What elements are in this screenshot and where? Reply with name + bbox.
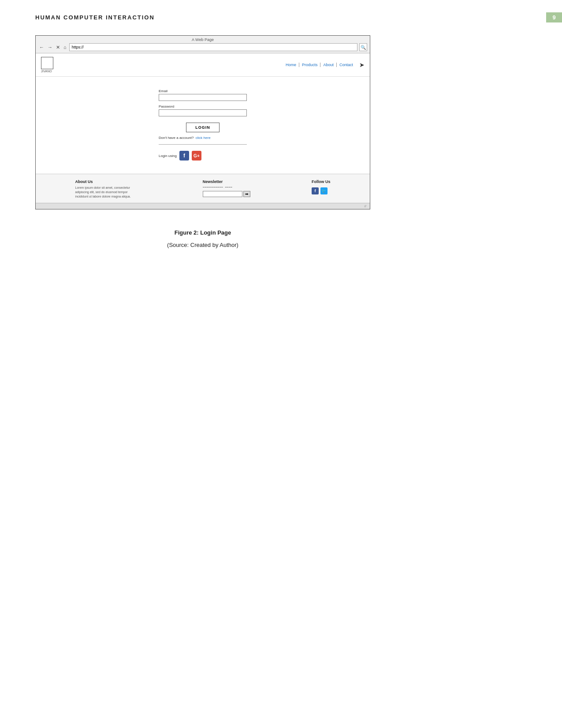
nav-links: Home Products About Contact [283,63,356,67]
page-title: HUMAN COMPUTER INTERACTION [35,14,155,21]
footer-newsletter-title: Newsletter [203,179,223,184]
facebook-icon: f [314,189,316,193]
newsletter-email-input[interactable] [203,191,242,197]
google-icon: G+ [194,153,200,158]
logo-box [41,57,53,69]
browser-toolbar: A Web Page ← → ✕ ⌂ 🔍 [36,36,370,53]
email-label: Email [159,89,247,93]
login-button[interactable]: LOGIN [186,123,220,132]
browser-tab-bar: A Web Page [38,37,367,42]
arrow-right-icon: ➡ [245,192,249,196]
page-number-badge: 9 [546,12,562,22]
login-form: Email Password LOGIN Don't have a accoun… [159,86,247,161]
signup-prompt: Don't have a account? [159,136,194,140]
logo-area: JIVANO [41,57,53,73]
facebook-follow-icon[interactable]: f [312,187,319,194]
forward-button[interactable]: → [47,45,53,50]
signup-text: Don't have a account? click here [159,136,247,140]
footer-follow-col: Follow Us f 🐦 [312,179,331,198]
footer-newsletter-col: Newsletter ~~~~~~~~~~~ ~~~~ ➡ [203,179,250,198]
login-icon[interactable]: ➤ [359,61,365,68]
website-content: JIVANO Home Products About Contact ➤ Ema… [36,53,370,209]
footer-about-title: About Us [75,179,93,184]
footer-about-col: About Us Lorem ipsum dolor sit amet, con… [75,179,141,198]
facebook-login-button[interactable]: f [179,151,189,161]
nav-contact[interactable]: Contact [337,63,356,67]
password-input[interactable] [159,109,247,116]
newsletter-placeholder-text: ~~~~~~~~~~~ ~~~~ [203,186,232,189]
browser-search-button[interactable]: 🔍 [359,43,367,51]
search-icon: 🔍 [361,45,366,50]
close-button[interactable]: ✕ [55,45,61,50]
twitter-follow-icon[interactable]: 🐦 [320,187,328,194]
facebook-icon: f [183,153,185,159]
nav-products[interactable]: Products [299,63,321,67]
divider [159,144,247,145]
nav-home[interactable]: Home [283,63,299,67]
password-label: Password [159,105,247,108]
back-button[interactable]: ← [38,45,45,50]
login-form-area: Email Password LOGIN Don't have a accoun… [36,77,370,174]
footer-bottom-text: // [365,204,366,208]
footer-about-text: Lorem ipsum dolor sit amet, consectetur … [75,186,141,198]
browser-tab-label: A Web Page [192,37,214,42]
figure-source: (Source: Created by Author) [35,242,370,248]
google-login-button[interactable]: G+ [192,151,201,161]
figure-caption: Figure 2: Login Page [35,229,370,236]
logo-text: JIVANO [41,70,52,73]
email-input[interactable] [159,94,247,101]
nav-about[interactable]: About [320,63,337,67]
browser-mockup: A Web Page ← → ✕ ⌂ 🔍 JIVANO Home Product… [35,35,370,209]
login-using-label: Login using [159,154,177,158]
newsletter-submit-button[interactable]: ➡ [243,191,250,197]
home-button[interactable]: ⌂ [63,45,67,50]
website-header: JIVANO Home Products About Contact ➤ [36,53,370,77]
website-footer: About Us Lorem ipsum dolor sit amet, con… [36,174,370,203]
footer-follow-title: Follow Us [312,179,331,184]
footer-bottom-bar: // [36,203,370,209]
newsletter-input-row: ➡ [203,191,250,197]
address-bar[interactable] [69,43,357,51]
browser-nav-bar: ← → ✕ ⌂ 🔍 [38,43,367,51]
follow-icons: f 🐦 [312,187,328,194]
signup-link[interactable]: click here [196,136,211,140]
twitter-icon: 🐦 [321,189,326,193]
login-using-row: Login using f G+ [159,151,247,161]
